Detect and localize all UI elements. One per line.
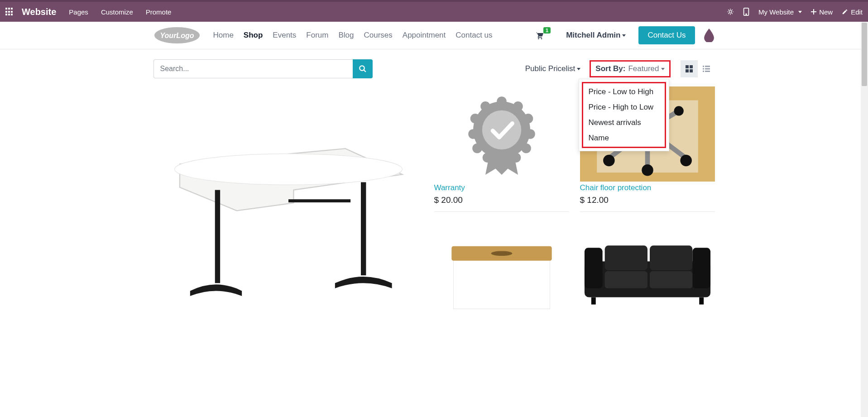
svg-rect-12 xyxy=(703,66,704,67)
svg-point-2 xyxy=(746,14,747,15)
nav-home[interactable]: Home xyxy=(213,31,234,40)
search-wrap xyxy=(153,59,373,78)
svg-point-25 xyxy=(523,114,533,124)
svg-rect-16 xyxy=(703,71,704,72)
svg-rect-19 xyxy=(215,190,220,283)
svg-point-26 xyxy=(525,129,535,139)
svg-point-6 xyxy=(541,38,542,39)
product-price: $ 12.00 xyxy=(580,195,715,205)
new-label: New xyxy=(819,8,833,16)
svg-point-52 xyxy=(491,251,512,256)
sort-by-label: Sort By: xyxy=(595,64,625,73)
chevron-down-icon xyxy=(622,34,626,37)
scrollbar-thumb[interactable] xyxy=(862,23,867,86)
nav-blog[interactable]: Blog xyxy=(338,31,354,40)
new-button[interactable]: New xyxy=(811,8,833,16)
sort-option-newest[interactable]: Newest arrivals xyxy=(583,115,665,130)
svg-point-35 xyxy=(482,110,521,149)
svg-rect-59 xyxy=(649,271,692,288)
sort-option-name[interactable]: Name xyxy=(583,130,665,146)
sort-option-price-desc[interactable]: Price - High to Low xyxy=(583,100,665,115)
website-selector-label: My Website xyxy=(758,8,794,16)
product-image xyxy=(580,223,715,318)
product-card-box[interactable] xyxy=(434,223,569,318)
svg-rect-17 xyxy=(705,71,710,72)
svg-text:YourLogo: YourLogo xyxy=(160,32,194,39)
admin-menu-pages[interactable]: Pages xyxy=(69,8,88,16)
product-image xyxy=(153,86,423,304)
admin-menu-customize[interactable]: Customize xyxy=(101,8,133,16)
admin-menu-promote[interactable]: Promote xyxy=(146,8,172,16)
product-price: $ 20.00 xyxy=(434,195,569,205)
theme-color-drop-icon[interactable] xyxy=(703,29,715,42)
svg-rect-15 xyxy=(705,68,710,70)
nav-shop[interactable]: Shop xyxy=(244,31,263,40)
svg-point-44 xyxy=(680,155,692,167)
site-header: YourLogo Home Shop Events Forum Blog Cou… xyxy=(0,22,868,49)
cart-button[interactable]: 1 xyxy=(534,31,544,40)
svg-point-27 xyxy=(521,144,531,153)
sort-by-value: Featured xyxy=(628,64,664,73)
cart-badge: 1 xyxy=(543,27,551,34)
svg-rect-58 xyxy=(604,271,647,288)
svg-rect-11 xyxy=(690,69,693,72)
svg-rect-55 xyxy=(692,248,710,288)
svg-point-24 xyxy=(513,101,523,111)
product-image xyxy=(434,223,569,318)
svg-rect-60 xyxy=(591,297,595,305)
svg-point-7 xyxy=(360,66,364,71)
sort-by-dropdown[interactable]: Sort By: Featured Price - Low to High Pr… xyxy=(590,60,670,77)
admin-bar: Website Pages Customize Promote My Websi… xyxy=(0,0,868,22)
sort-dropdown-panel: Price - Low to High Price - High to Low … xyxy=(579,79,669,151)
pricelist-dropdown[interactable]: Public Pricelist xyxy=(525,64,581,73)
svg-point-5 xyxy=(538,38,539,39)
product-name[interactable]: Chair floor protection xyxy=(580,183,715,192)
svg-rect-57 xyxy=(649,245,692,270)
scrollbar[interactable] xyxy=(861,22,868,327)
view-toggle xyxy=(681,60,715,77)
bug-icon[interactable] xyxy=(727,8,734,15)
chevron-down-icon xyxy=(577,68,580,70)
divider xyxy=(434,211,569,212)
site-logo[interactable]: YourLogo xyxy=(153,26,201,44)
svg-point-32 xyxy=(468,129,478,139)
nav-courses[interactable]: Courses xyxy=(364,31,393,40)
list-view-button[interactable] xyxy=(698,60,715,77)
user-name: Mitchell Admin xyxy=(566,31,620,40)
svg-rect-8 xyxy=(686,65,689,68)
svg-point-31 xyxy=(472,144,482,153)
svg-rect-9 xyxy=(690,65,693,68)
nav-contact[interactable]: Contact us xyxy=(456,31,492,40)
product-card-sofa[interactable] xyxy=(580,223,715,318)
edit-button[interactable]: Edit xyxy=(842,8,863,16)
svg-rect-14 xyxy=(703,68,704,70)
svg-point-43 xyxy=(603,155,615,167)
shop-toolbar: Public Pricelist Sort By: Featured Price… xyxy=(144,59,724,78)
svg-rect-56 xyxy=(604,245,647,270)
search-button[interactable] xyxy=(353,59,373,78)
nav-events[interactable]: Events xyxy=(273,31,296,40)
mobile-icon[interactable] xyxy=(743,8,749,16)
website-selector[interactable]: My Website xyxy=(758,8,802,16)
nav-forum[interactable]: Forum xyxy=(306,31,328,40)
grid-view-button[interactable] xyxy=(681,60,698,77)
chevron-down-icon xyxy=(798,11,802,13)
svg-rect-21 xyxy=(288,199,350,202)
svg-rect-20 xyxy=(361,182,366,275)
contact-us-button[interactable]: Contact Us xyxy=(638,26,695,44)
product-card-desk[interactable] xyxy=(153,86,423,318)
chevron-down-icon xyxy=(661,68,665,70)
svg-point-23 xyxy=(497,96,507,106)
svg-point-18 xyxy=(174,154,402,185)
nav-appointment[interactable]: Appointment xyxy=(403,31,446,40)
sort-option-price-asc[interactable]: Price - Low to High xyxy=(583,84,665,100)
svg-rect-54 xyxy=(584,248,602,288)
search-input[interactable] xyxy=(153,59,353,78)
svg-point-34 xyxy=(480,101,490,111)
user-dropdown[interactable]: Mitchell Admin xyxy=(566,31,626,40)
apps-icon[interactable] xyxy=(5,8,14,16)
product-name[interactable]: Warranty xyxy=(434,183,569,192)
svg-rect-10 xyxy=(686,69,689,72)
admin-brand[interactable]: Website xyxy=(22,7,56,17)
product-card-warranty[interactable]: Warranty $ 20.00 xyxy=(434,86,569,212)
